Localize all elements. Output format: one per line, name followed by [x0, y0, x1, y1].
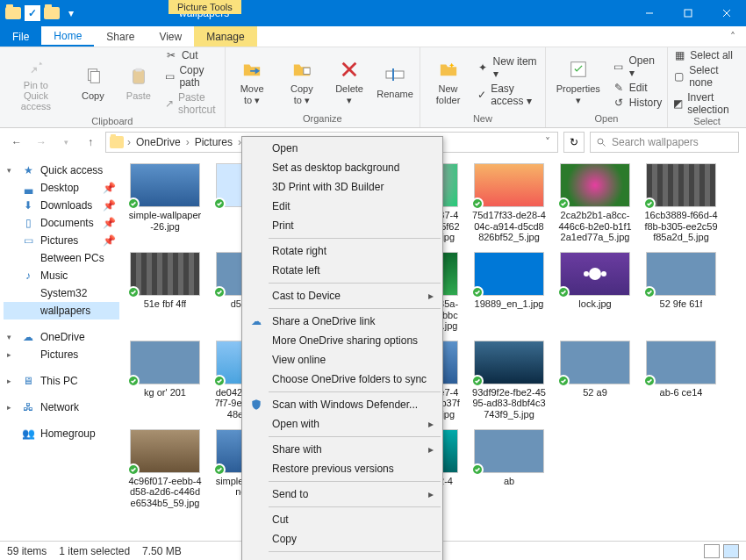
menu-item-view-online[interactable]: View online: [242, 350, 442, 370]
sidebar-item-quick-access[interactable]: ▾★Quick access: [4, 162, 119, 179]
menu-item-open-with[interactable]: Open with▸: [242, 414, 442, 434]
menu-item-copy[interactable]: Copy: [242, 529, 442, 549]
menu-item-open[interactable]: Open: [242, 139, 442, 158]
copy-to-button[interactable]: Copy to ▾: [281, 55, 323, 106]
paste-shortcut-button[interactable]: ↗Paste shortcut: [165, 91, 219, 116]
file-item[interactable]: 52 a9: [558, 341, 632, 420]
file-item[interactable]: 75d17f33-de28-404c-a914-d5cd8826bf52_5.j…: [472, 163, 546, 243]
recent-dropdown[interactable]: ▾: [56, 133, 75, 152]
sidebar-item-homegroup[interactable]: 👥Homegroup: [4, 425, 119, 442]
details-view-button[interactable]: [704, 544, 720, 558]
sidebar-item-system32[interactable]: System32: [4, 284, 119, 302]
sidebar-item-pictures-onedrive[interactable]: ▸Pictures: [4, 346, 119, 363]
cut-button[interactable]: ✂Cut: [165, 49, 219, 61]
menu-item-create-shortcut[interactable]: Create shortcut: [242, 555, 442, 560]
menu-item-scan-with-windows-defender[interactable]: Scan with Windows Defender...: [242, 395, 442, 414]
easy-access-button[interactable]: ✓Easy access ▾: [477, 83, 540, 107]
file-item[interactable]: 51e fbf 4ff: [128, 252, 202, 332]
breadcrumb[interactable]: OneDrive: [134, 136, 183, 148]
folder-icon: [21, 305, 35, 317]
select-all-button[interactable]: ▦Select all: [673, 49, 741, 61]
file-item[interactable]: ab-6 ce14: [644, 341, 718, 420]
delete-button[interactable]: Delete ▾: [330, 55, 369, 106]
properties-button[interactable]: Properties ▾: [551, 55, 606, 106]
select-all-icon: ▦: [673, 49, 685, 61]
sidebar-item-music[interactable]: ♪Music: [4, 267, 119, 284]
sidebar-item-onedrive[interactable]: ▾☁OneDrive: [4, 328, 119, 346]
file-item[interactable]: 2ca2b2b1-a8cc-446c6-b2e0-b1f12a1ed77a_5.…: [558, 163, 632, 243]
menu-item-3d-print-with-3d-builder[interactable]: 3D Print with 3D Builder: [242, 177, 442, 197]
sidebar-item-this-pc[interactable]: ▸🖥This PC: [4, 372, 119, 390]
file-item[interactable]: 93df9f2e-fbe2-4595-ad83-8dbf4c3743f9_5.j…: [472, 341, 546, 420]
sidebar-item-between-pcs[interactable]: Between PCs: [4, 249, 119, 267]
forward-button[interactable]: →: [32, 133, 51, 152]
open-button[interactable]: ▭Open ▾: [613, 54, 662, 79]
menu-item-share-with[interactable]: Share with▸: [242, 440, 442, 459]
file-item[interactable]: 52 9fe 61f: [644, 252, 718, 332]
invert-selection-button[interactable]: ◩Invert selection: [673, 91, 741, 116]
scissors-icon: ✂: [165, 49, 177, 61]
file-item[interactable]: simple-wallpaper-26.jpg: [128, 163, 202, 243]
move-to-button[interactable]: Move to ▾: [231, 55, 274, 106]
ribbon: Pin to Quick access Copy Paste ✂Cut ▭Cop…: [0, 47, 746, 128]
copy-icon: [81, 64, 105, 89]
menu-item-cut[interactable]: Cut: [242, 510, 442, 529]
menu-item-choose-onedrive-folders-to-sync[interactable]: Choose OneDrive folders to sync: [242, 370, 442, 389]
copy-button[interactable]: Copy: [74, 62, 112, 103]
file-item[interactable]: 19889_en_1.jpg: [472, 252, 546, 332]
paste-button[interactable]: Paste: [119, 62, 158, 103]
file-item[interactable]: ab: [472, 429, 546, 509]
tab-manage[interactable]: Manage: [194, 26, 256, 47]
copy-path-button[interactable]: ▭Copy path: [165, 64, 219, 89]
qat-dropdown[interactable]: ▾: [63, 5, 79, 21]
ribbon-group-open: Properties ▾ ▭Open ▾ ✎Edit ↺History Open: [546, 47, 668, 127]
sidebar-item-desktop[interactable]: ▃Desktop📌: [4, 179, 119, 197]
sidebar-item-downloads[interactable]: ⬇Downloads📌: [4, 197, 119, 214]
up-button[interactable]: ↑: [81, 133, 100, 152]
sidebar-item-wallpapers[interactable]: wallpapers: [4, 302, 119, 319]
file-item[interactable]: lock.jpg: [558, 252, 632, 332]
pin-to-quick-access-button[interactable]: Pin to Quick access: [5, 52, 67, 113]
select-none-button[interactable]: ▢Select none: [673, 64, 741, 89]
tab-share[interactable]: Share: [94, 26, 147, 47]
minimize-button[interactable]: [630, 0, 669, 26]
menu-item-more-onedrive-sharing-options[interactable]: More OneDrive sharing options: [242, 331, 442, 350]
address-dropdown[interactable]: ˅: [542, 136, 554, 148]
file-item[interactable]: 16cb3889-f66d-4f8b-b305-ee2c59f85a2d_5.j…: [644, 163, 718, 243]
tab-file[interactable]: File: [0, 26, 41, 47]
file-item[interactable]: kg or' 201: [128, 341, 202, 420]
menu-item-share-a-onedrive-link[interactable]: ☁Share a OneDrive link: [242, 312, 442, 331]
menu-item-rotate-right[interactable]: Rotate right: [242, 241, 442, 261]
tab-view[interactable]: View: [147, 26, 194, 47]
edit-button[interactable]: ✎Edit: [613, 82, 662, 94]
menu-item-cast-to-device[interactable]: Cast to Device▸: [242, 286, 442, 305]
file-name-label: ab-6 ce14: [660, 387, 703, 398]
history-button[interactable]: ↺History: [613, 97, 662, 109]
menu-item-rotate-left[interactable]: Rotate left: [242, 261, 442, 280]
breadcrumb[interactable]: Pictures: [193, 136, 234, 148]
menu-item-print[interactable]: Print: [242, 216, 442, 235]
menu-item-edit[interactable]: Edit: [242, 197, 442, 216]
qat-checkbox[interactable]: ✓: [25, 5, 40, 21]
thumbnails-view-button[interactable]: [723, 544, 739, 558]
refresh-button[interactable]: ↻: [563, 132, 585, 153]
menu-item-restore-previous-versions[interactable]: Restore previous versions: [242, 459, 442, 478]
file-name-label: 16cb3889-f66d-4f8b-b305-ee2c59f85a2d_5.j…: [644, 210, 718, 243]
tab-home[interactable]: Home: [41, 26, 94, 47]
status-item-count: 59 items: [7, 545, 47, 557]
file-item[interactable]: 4c96f017-eebb-4d58-a2d6-c446de6534b5_59.…: [128, 429, 202, 509]
rename-button[interactable]: Rename: [376, 61, 414, 101]
sidebar-item-network[interactable]: ▸🖧Network: [4, 398, 119, 416]
search-input[interactable]: Search wallpapers: [590, 132, 739, 153]
back-button[interactable]: ←: [7, 133, 26, 152]
new-item-button[interactable]: ✦New item ▾: [477, 55, 540, 80]
new-folder-button[interactable]: New folder: [426, 55, 470, 106]
collapse-ribbon-button[interactable]: ˄: [720, 31, 746, 43]
close-button[interactable]: [707, 0, 746, 26]
maximize-button[interactable]: [669, 0, 707, 26]
thumbnail: [130, 341, 200, 384]
menu-item-send-to[interactable]: Send to▸: [242, 485, 442, 504]
menu-item-set-as-desktop-background[interactable]: Set as desktop background: [242, 158, 442, 177]
sidebar-item-pictures[interactable]: ▭Pictures📌: [4, 232, 119, 249]
sidebar-item-documents[interactable]: ▯Documents📌: [4, 214, 119, 232]
